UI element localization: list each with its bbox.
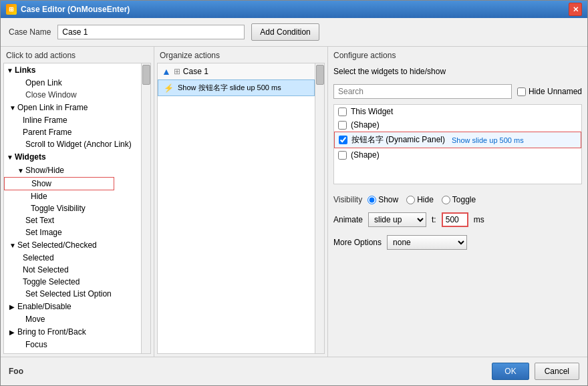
visibility-label: Visibility [333, 195, 362, 204]
action-toggle-selected[interactable]: Toggle Selected [4, 276, 141, 288]
bring-front-back-arrow: ▶ [9, 329, 17, 336]
set-selected-arrow: ▼ [9, 242, 17, 249]
action-set-selected-list[interactable]: Set Selected List Option [4, 288, 141, 300]
more-options-select[interactable]: none ease in ease out [387, 235, 467, 250]
action-focus[interactable]: Focus [4, 339, 141, 351]
links-arrow: ▼ [7, 67, 15, 74]
widget-check-3[interactable] [338, 151, 347, 160]
animate-label: Animate [333, 215, 363, 224]
widget-label-1: (Shape) [351, 120, 380, 130]
action-show-hide[interactable]: ▼ Show/Hide [4, 164, 141, 177]
bottom-bar: Foo OK Cancel [1, 357, 587, 385]
middle-panel-scrollbar-thumb[interactable] [316, 65, 324, 85]
middle-panel: Organize actions ▲ ⊞ Case 1 ⚡ Show 按钮名字 … [154, 47, 328, 357]
widget-row-1[interactable]: (Shape) [334, 118, 581, 132]
middle-panel-scrollbar[interactable] [315, 63, 324, 353]
widget-check-2[interactable] [339, 136, 347, 144]
hide-unnamed-checkbox[interactable] [517, 87, 526, 96]
left-panel-scrollbar-thumb[interactable] [142, 65, 150, 85]
foo-label: Foo [9, 367, 23, 376]
case-name-input[interactable] [57, 25, 245, 39]
visibility-radio-group: Show Hide Toggle [368, 195, 476, 204]
left-panel-content: ▼ Links Open Link Close Window ▼ Open Li… [4, 63, 141, 353]
right-panel-inner: Select the widgets to hide/show Hide Unn… [328, 63, 587, 357]
show-hide-arrow: ▼ [17, 167, 25, 174]
action-parent-frame[interactable]: Parent Frame [4, 126, 141, 138]
toolbar: Case Name Add Condition [1, 18, 587, 47]
widget-show-label-2: Show slide up 500 ms [452, 136, 524, 144]
main-content: Click to add actions ▼ Links Open Link C… [1, 47, 587, 357]
action-open-link-frame[interactable]: ▼ Open Link in Frame [4, 101, 141, 114]
widget-row-0[interactable]: This Widget [334, 105, 581, 118]
sub-header: Select the widgets to hide/show [333, 67, 582, 76]
action-set-selected[interactable]: ▼ Set Selected/Checked [4, 238, 141, 252]
action-enable-disable[interactable]: ▶ Enable/Disable [4, 300, 141, 313]
action-bring-front-back[interactable]: ▶ Bring to Front/Back [4, 325, 141, 339]
action-close-window[interactable]: Close Window [4, 89, 141, 101]
left-panel-scrollbar[interactable] [141, 63, 150, 353]
visibility-show-radio[interactable] [368, 196, 376, 204]
widget-check-1[interactable] [338, 121, 347, 130]
action-not-selected[interactable]: Not Selected [4, 264, 141, 276]
visibility-row: Visibility Show Hide [333, 195, 582, 204]
enable-disable-arrow: ▶ [9, 303, 17, 311]
group-widgets[interactable]: ▼ Widgets [4, 150, 141, 164]
action-move[interactable]: Move [4, 313, 141, 325]
open-link-frame-label: Open Link in Frame [17, 103, 88, 112]
action-set-text[interactable]: Set Text [4, 214, 141, 226]
visibility-toggle-label: Toggle [452, 195, 476, 204]
case-label: Case 1 [183, 67, 208, 76]
action-show[interactable]: Show [4, 177, 114, 190]
visibility-toggle-radio[interactable] [442, 196, 450, 204]
visibility-hide-label: Hide [417, 195, 434, 204]
time-input[interactable] [442, 212, 468, 227]
ms-label: ms [474, 215, 484, 224]
left-panel-list: ▼ Links Open Link Close Window ▼ Open Li… [3, 63, 151, 354]
visibility-show-label: Show [378, 195, 398, 204]
action-hide[interactable]: Hide [4, 190, 141, 202]
widget-label-2: 按钮名字 (Dynamic Panel) [351, 134, 445, 146]
action-set-image[interactable]: Set Image [4, 226, 141, 238]
widget-search-input[interactable] [333, 84, 512, 99]
visibility-hide-option[interactable]: Hide [406, 195, 434, 204]
lightning-icon: ⚡ [164, 83, 174, 93]
cancel-button[interactable]: Cancel [535, 363, 579, 380]
title-bar-left: ⊞ Case Editor (OnMouseEnter) [6, 4, 130, 15]
case-icon2: ⊞ [174, 67, 180, 76]
right-panel-header: Configure actions [328, 47, 587, 63]
action-item[interactable]: ⚡ Show 按钮名字 slide up 500 ms [158, 79, 315, 96]
action-selected[interactable]: Selected [4, 252, 141, 264]
bring-front-back-label: Bring to Front/Back [17, 327, 86, 337]
widget-label-3: (Shape) [351, 150, 380, 160]
widget-row-3[interactable]: (Shape) [334, 148, 581, 162]
visibility-toggle-option[interactable]: Toggle [442, 195, 476, 204]
action-scroll-widget[interactable]: Scroll to Widget (Anchor Link) [4, 138, 141, 150]
visibility-hide-radio[interactable] [406, 196, 415, 204]
window-close-button[interactable]: ✕ [569, 3, 582, 16]
action-inline-frame[interactable]: Inline Frame [4, 114, 141, 126]
animate-row: Animate slide up slide down slide left s… [333, 212, 582, 227]
right-panel: Configure actions Select the widgets to … [328, 47, 587, 357]
action-open-link[interactable]: Open Link [4, 77, 141, 89]
window-title: Case Editor (OnMouseEnter) [21, 5, 130, 14]
title-bar: ⊞ Case Editor (OnMouseEnter) ✕ [1, 1, 587, 18]
widget-check-0[interactable] [338, 108, 347, 116]
add-condition-button[interactable]: Add Condition [251, 23, 319, 41]
case-name-label: Case Name [9, 27, 51, 37]
widget-row-2[interactable]: 按钮名字 (Dynamic Panel) Show slide up 500 m… [334, 132, 581, 148]
case-tree-icon: ▲ [162, 66, 171, 77]
group-links[interactable]: ▼ Links [4, 63, 141, 77]
enable-disable-label: Enable/Disable [17, 302, 71, 311]
widget-list: This Widget (Shape) 按钮名字 (Dynamic Panel)… [333, 104, 582, 184]
more-options-row: More Options none ease in ease out [333, 235, 582, 250]
animate-select[interactable]: slide up slide down slide left slide rig… [368, 212, 426, 227]
group-widgets-label: Widgets [15, 152, 46, 162]
middle-panel-header: Organize actions [154, 47, 327, 63]
app-icon: ⊞ [6, 4, 17, 15]
middle-panel-list: ▲ ⊞ Case 1 ⚡ Show 按钮名字 slide up 500 ms [157, 63, 325, 354]
ok-button[interactable]: OK [492, 363, 529, 380]
visibility-show-option[interactable]: Show [368, 195, 398, 204]
search-row: Hide Unnamed [333, 84, 582, 99]
set-selected-label: Set Selected/Checked [17, 240, 97, 250]
action-toggle-visibility[interactable]: Toggle Visibility [4, 202, 141, 214]
